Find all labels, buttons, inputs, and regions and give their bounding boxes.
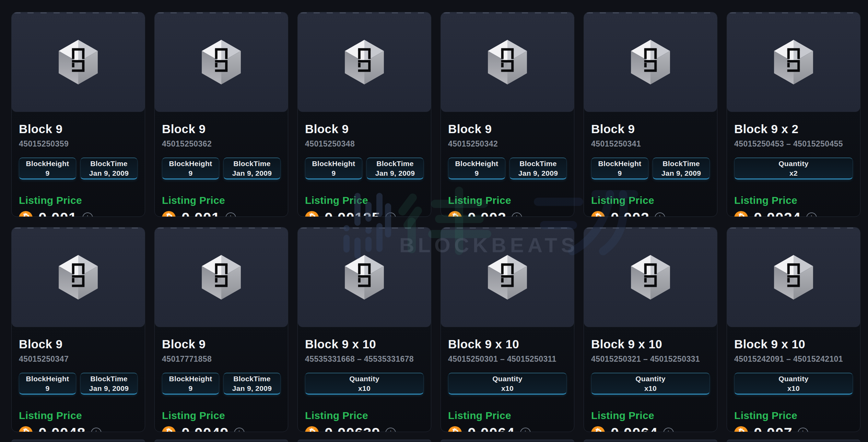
price-row: ₿ 0.0064 i (448, 424, 567, 432)
tag-label: BlockTime (519, 159, 557, 168)
block-cube-icon (202, 255, 241, 300)
tag-value: 9 (189, 384, 193, 393)
price-value: 0.0024 (754, 209, 801, 217)
info-icon[interactable]: i (520, 428, 531, 432)
card-tags: BlockHeight9BlockTimeJan 9, 2009 (591, 158, 710, 179)
info-icon[interactable]: i (225, 212, 236, 217)
price-value: 0.00639 (325, 424, 380, 432)
nft-card[interactable]: Block 9 x 2 45015250453 – 45015250455 Qu… (727, 12, 860, 217)
card-top-edge (441, 440, 574, 442)
bitcoin-icon: ₿ (162, 211, 176, 217)
tag-value: 9 (46, 384, 50, 393)
info-icon[interactable]: i (234, 428, 245, 432)
price-row: ₿ 0.0024 i (734, 209, 853, 217)
tag-label: BlockTime (662, 159, 700, 168)
price-row: ₿ 0.001 i (162, 209, 281, 217)
card-image (441, 12, 574, 112)
card-image (298, 228, 431, 327)
nft-card[interactable]: Block 9 x 10 45535331668 – 45535331678 Q… (297, 227, 431, 432)
info-icon[interactable]: i (806, 212, 817, 217)
nft-card[interactable]: Block 9 45015250362 BlockHeight9BlockTim… (154, 12, 288, 217)
price-value: 0.002 (611, 209, 649, 217)
bitcoin-icon: ₿ (448, 211, 462, 217)
card-tags: BlockHeight9BlockTimeJan 9, 2009 (19, 158, 138, 179)
card-title: Block 9 (162, 337, 281, 351)
attribute-tag: Quantityx10 (734, 373, 853, 395)
tag-label: BlockHeight (312, 159, 355, 168)
price-value: 0.0048 (38, 424, 86, 432)
card-inscription-id: 45015250341 (591, 139, 710, 149)
price-value: 0.001 (181, 209, 220, 217)
card-tags: BlockHeight9BlockTimeJan 9, 2009 (448, 158, 567, 179)
info-icon[interactable]: i (798, 428, 808, 432)
nft-card[interactable]: Block 9 45015250342 BlockHeight9BlockTim… (441, 12, 574, 217)
tag-value: x10 (501, 384, 514, 393)
attribute-tag: BlockTimeJan 9, 2009 (80, 373, 138, 395)
attribute-tag: BlockTimeJan 9, 2009 (509, 158, 567, 179)
tag-value: x10 (787, 384, 800, 393)
tag-label: Quantity (635, 374, 666, 384)
card-title: Block 9 x 10 (448, 337, 567, 351)
nft-card[interactable]: Block 9 45015250348 BlockHeight9BlockTim… (297, 12, 431, 217)
card-inscription-id: 45015242091 – 45015242101 (734, 354, 853, 364)
listing-price-label: Listing Price (162, 195, 281, 206)
price-value: 0.0064 (468, 424, 515, 432)
attribute-tag: BlockHeight9 (305, 158, 362, 179)
card-inscription-id: 45015250359 (19, 139, 138, 149)
attribute-tag: Quantityx10 (305, 373, 424, 395)
info-icon[interactable]: i (385, 428, 396, 432)
bitcoin-icon: ₿ (162, 426, 176, 432)
price-value: 0.002 (468, 209, 506, 217)
block-cube-icon (202, 40, 241, 84)
nft-card[interactable]: Block 9 x 10 45015242091 – 45015242101 Q… (727, 227, 860, 432)
price-row: ₿ 0.0064 i (591, 424, 710, 432)
nft-card[interactable]: Block 9 45015250359 BlockHeight9BlockTim… (11, 12, 145, 217)
tag-label: BlockTime (90, 159, 128, 168)
listing-price-label: Listing Price (591, 195, 710, 206)
attribute-tag: BlockTimeJan 9, 2009 (223, 373, 281, 395)
card-tags: Quantityx10 (734, 373, 853, 395)
card-body: Block 9 x 10 45535331668 – 45535331678 Q… (298, 337, 431, 432)
card-top-edge (584, 440, 717, 442)
tag-label: BlockHeight (169, 374, 212, 384)
card-inscription-id: 45017771858 (162, 354, 281, 364)
card-grid: Block 9 45015250359 BlockHeight9BlockTim… (11, 12, 860, 432)
nft-card[interactable]: Block 9 x 10 45015250301 – 45015250311 Q… (441, 227, 574, 432)
tag-label: Quantity (778, 159, 809, 168)
price-value: 0.0049 (181, 424, 229, 432)
tag-label: BlockHeight (26, 159, 69, 168)
info-icon[interactable]: i (512, 212, 522, 217)
tag-value: Jan 9, 2009 (89, 384, 129, 393)
nft-card[interactable]: Block 9 45015250347 BlockHeight9BlockTim… (11, 227, 145, 432)
info-icon[interactable]: i (385, 212, 396, 217)
nft-card[interactable]: Block 9 45015250341 BlockHeight9BlockTim… (584, 12, 717, 217)
tag-label: Quantity (778, 374, 809, 384)
info-icon[interactable]: i (663, 428, 674, 432)
card-body: Block 9 45015250342 BlockHeight9BlockTim… (441, 122, 574, 217)
price-row: ₿ 0.0049 i (162, 424, 281, 432)
nft-card[interactable]: Block 9 x 10 45015250321 – 45015250331 Q… (584, 227, 717, 432)
price-row: ₿ 0.002 i (591, 209, 710, 217)
listing-price-label: Listing Price (19, 195, 138, 206)
card-top-edge (11, 440, 145, 442)
info-icon[interactable]: i (82, 212, 93, 217)
block-cube-icon (345, 40, 384, 84)
bitcoin-icon: ₿ (19, 426, 33, 432)
nft-card[interactable]: Block 9 45017771858 BlockHeight9BlockTim… (154, 227, 288, 432)
tag-value: 9 (332, 168, 336, 178)
card-image (727, 228, 860, 327)
tag-value: 9 (618, 168, 622, 178)
card-top-edge (154, 440, 288, 442)
tag-label: BlockHeight (598, 159, 642, 168)
card-body: Block 9 x 2 45015250453 – 45015250455 Qu… (727, 122, 860, 217)
card-inscription-id: 45015250342 (448, 139, 567, 149)
card-image (441, 228, 574, 327)
attribute-tag: BlockTimeJan 9, 2009 (653, 158, 710, 179)
info-icon[interactable]: i (91, 428, 102, 432)
card-title: Block 9 (162, 122, 281, 136)
info-icon[interactable]: i (655, 212, 665, 217)
attribute-tag: BlockHeight9 (19, 158, 76, 179)
card-body: Block 9 45015250362 BlockHeight9BlockTim… (155, 122, 288, 217)
bitcoin-icon: ₿ (448, 426, 462, 432)
card-image (584, 228, 717, 327)
